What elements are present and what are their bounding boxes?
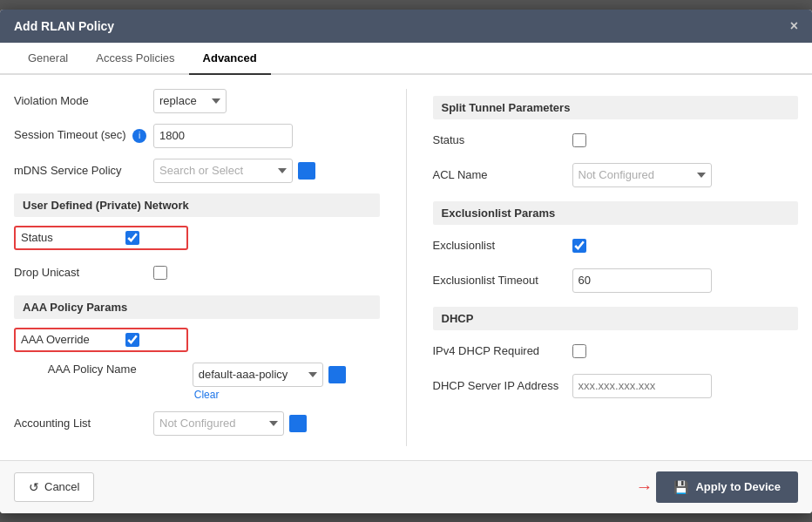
session-timeout-controls [153, 124, 293, 148]
session-timeout-row: Session Timeout (sec) i [14, 124, 380, 148]
arrow-icon: → [635, 477, 653, 497]
exclusionlist-row: Exclusionlist [433, 234, 799, 258]
acl-name-row: ACL Name Not Configured [433, 163, 799, 187]
apply-section: → 💾 Apply to Device [635, 471, 798, 503]
cancel-icon: ↺ [29, 480, 39, 494]
session-timeout-label: Session Timeout (sec) i [14, 128, 153, 143]
split-tunnel-status-label: Status [433, 133, 572, 146]
modal-body: Violation Mode replace protect shutdown … [0, 75, 812, 460]
aaa-policy-edit-icon[interactable] [328, 366, 346, 383]
session-timeout-info-icon[interactable]: i [132, 129, 146, 143]
cancel-label: Cancel [44, 480, 79, 493]
mdns-controls: Search or Select [153, 159, 315, 183]
aaa-override-highlighted: AAA Override [14, 328, 188, 352]
apply-device-button[interactable]: 💾 Apply to Device [656, 471, 798, 503]
exclusionlist-section-header: Exclusionlist Params [433, 201, 799, 225]
drop-unicast-label: Drop Unicast [14, 266, 153, 279]
aaa-policy-name-label: AAA Policy Name [48, 363, 187, 376]
aaa-section-header: AAA Policy Params [14, 295, 380, 319]
aaa-policy-clear-link[interactable]: Clear [194, 389, 346, 401]
ipv4-dhcp-checkbox[interactable] [572, 344, 586, 358]
tab-general[interactable]: General [14, 43, 82, 75]
cancel-button[interactable]: ↺ Cancel [14, 472, 94, 502]
udp-status-checkbox[interactable] [125, 231, 139, 245]
exclusionlist-controls [572, 239, 586, 253]
right-panel: Split Tunnel Parameters Status ACL Name … [433, 89, 799, 446]
violation-mode-select[interactable]: replace protect shutdown [153, 89, 227, 113]
split-tunnel-section-header: Split Tunnel Parameters [433, 96, 799, 119]
modal-header: Add RLAN Policy × [0, 10, 812, 43]
mdns-edit-icon[interactable] [298, 162, 315, 180]
acl-name-label: ACL Name [433, 168, 572, 181]
accounting-list-row: Accounting List Not Configured [14, 411, 380, 436]
dhcp-server-row: DHCP Server IP Address [433, 374, 799, 398]
dhcp-section-header: DHCP [433, 307, 799, 330]
session-timeout-input[interactable] [153, 124, 293, 148]
accounting-list-select[interactable]: Not Configured [153, 411, 284, 436]
dhcp-server-label: DHCP Server IP Address [433, 379, 572, 392]
split-tunnel-status-row: Status [433, 128, 799, 153]
modal-container: Add RLAN Policy × General Access Policie… [0, 10, 812, 513]
violation-mode-row: Violation Mode replace protect shutdown [14, 89, 380, 113]
violation-mode-label: Violation Mode [14, 94, 153, 107]
aaa-policy-name-row: AAA Policy Name default-aaa-policy Clear [14, 363, 380, 401]
accounting-list-controls: Not Configured [153, 411, 307, 436]
tab-access-policies[interactable]: Access Policies [82, 43, 188, 75]
exclusionlist-checkbox[interactable] [572, 239, 586, 253]
mdns-label: mDNS Service Policy [14, 164, 153, 177]
apply-device-label: Apply to Device [695, 480, 781, 493]
udp-status-row: Status [14, 226, 380, 250]
dhcp-server-input[interactable] [572, 374, 712, 398]
aaa-override-checkbox[interactable] [125, 333, 139, 347]
split-tunnel-status-controls [572, 133, 586, 147]
ipv4-dhcp-label: IPv4 DHCP Required [433, 344, 572, 357]
exclusionlist-timeout-row: Exclusionlist Timeout [433, 268, 799, 293]
violation-mode-controls: replace protect shutdown [153, 89, 227, 113]
udp-section-header: User Defined (Private) Network [14, 193, 380, 217]
ipv4-dhcp-controls [572, 344, 586, 358]
udp-status-label: Status [21, 231, 125, 244]
tab-advanced[interactable]: Advanced [189, 43, 271, 75]
aaa-policy-controls: default-aaa-policy [193, 363, 346, 387]
drop-unicast-checkbox[interactable] [153, 266, 167, 280]
exclusionlist-timeout-controls [572, 268, 712, 293]
aaa-override-row: AAA Override [14, 328, 380, 352]
aaa-policy-select[interactable]: default-aaa-policy [193, 363, 323, 387]
drop-unicast-controls [153, 266, 167, 280]
aaa-override-label: AAA Override [21, 333, 125, 346]
accounting-list-label: Accounting List [14, 417, 153, 430]
acl-name-controls: Not Configured [572, 163, 712, 187]
panel-divider [406, 89, 407, 446]
mdns-row: mDNS Service Policy Search or Select [14, 159, 380, 183]
exclusionlist-label: Exclusionlist [433, 239, 572, 252]
dhcp-server-controls [572, 374, 712, 398]
exclusionlist-timeout-input[interactable] [572, 268, 712, 293]
exclusionlist-timeout-label: Exclusionlist Timeout [433, 274, 572, 287]
split-tunnel-status-checkbox[interactable] [572, 133, 586, 147]
drop-unicast-row: Drop Unicast [14, 261, 380, 285]
mdns-select[interactable]: Search or Select [153, 159, 293, 183]
accounting-list-edit-icon[interactable] [289, 415, 307, 432]
udp-status-highlighted: Status [14, 226, 188, 250]
left-panel: Violation Mode replace protect shutdown … [14, 89, 380, 446]
apply-device-icon: 💾 [673, 480, 688, 494]
modal-footer: ↺ Cancel → 💾 Apply to Device [0, 460, 812, 513]
ipv4-dhcp-row: IPv4 DHCP Required [433, 339, 799, 363]
close-button[interactable]: × [790, 18, 798, 34]
modal-title: Add RLAN Policy [14, 19, 114, 33]
acl-name-select[interactable]: Not Configured [572, 163, 712, 187]
tab-bar: General Access Policies Advanced [0, 43, 812, 75]
